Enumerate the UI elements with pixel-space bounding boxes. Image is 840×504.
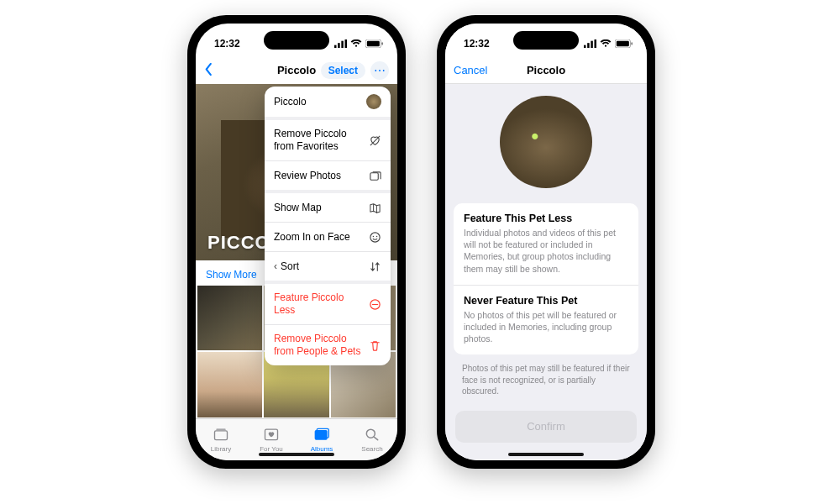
- menu-item-remove-people-pets[interactable]: Remove Piccolo from People & Pets: [265, 325, 391, 365]
- svg-rect-1: [338, 43, 340, 48]
- cellular-signal-icon: [584, 39, 596, 48]
- photo-stack-icon: [368, 169, 381, 182]
- svg-point-10: [372, 235, 374, 237]
- option-title: Never Feature This Pet: [464, 295, 628, 307]
- sheet-nav-bar: Cancel Piccolo: [445, 57, 647, 84]
- heart-slash-icon: [368, 134, 381, 147]
- content-area: PICCOLO Show More Piccolo Remove Piccolo…: [196, 84, 397, 418]
- menu-item-remove-favorite[interactable]: Remove Piccolo from Favorites: [265, 120, 391, 161]
- menu-item-feature-less[interactable]: Feature Piccolo Less: [265, 284, 391, 325]
- tab-label: Albums: [311, 445, 333, 453]
- status-time: 12:32: [214, 38, 240, 50]
- option-never-feature[interactable]: Never Feature This Pet No photos of this…: [454, 285, 638, 355]
- svg-rect-14: [215, 431, 228, 440]
- option-title: Feature This Pet Less: [464, 213, 628, 224]
- trash-icon: [368, 339, 381, 352]
- battery-icon: [365, 39, 384, 48]
- screen-left: 12:32 Piccolo Select ⋯: [196, 24, 397, 460]
- cellular-signal-icon: [334, 39, 347, 48]
- options-card: Feature This Pet Less Individual photos …: [454, 203, 638, 354]
- menu-item-review-photos[interactable]: Review Photos: [265, 161, 391, 193]
- chevron-left-icon: ‹: [274, 260, 277, 272]
- screen-right: 12:32 Cancel Piccolo Feature Th: [445, 24, 647, 460]
- dynamic-island: [513, 31, 579, 50]
- svg-rect-23: [595, 39, 597, 48]
- pet-avatar-large: [500, 96, 592, 188]
- option-feature-less[interactable]: Feature This Pet Less Individual photos …: [454, 203, 638, 285]
- back-button[interactable]: [204, 63, 213, 78]
- nav-bar: Piccolo Select ⋯: [196, 57, 397, 84]
- svg-rect-25: [617, 41, 629, 47]
- dynamic-island: [264, 31, 329, 50]
- svg-rect-8: [370, 172, 377, 179]
- search-icon: [364, 427, 381, 444]
- ellipsis-icon: ⋯: [374, 65, 386, 76]
- library-icon: [213, 427, 229, 444]
- svg-point-11: [375, 235, 377, 237]
- option-desc: Individual photos and videos of this pet…: [464, 227, 628, 275]
- svg-rect-22: [591, 41, 593, 48]
- svg-rect-6: [381, 42, 383, 45]
- home-indicator[interactable]: [259, 453, 334, 456]
- menu-item-show-map[interactable]: Show Map: [265, 193, 391, 223]
- svg-rect-26: [631, 42, 633, 45]
- albums-icon: [313, 427, 330, 444]
- tab-label: Library: [211, 445, 231, 453]
- menu-item-sort[interactable]: ‹Sort: [265, 252, 391, 284]
- svg-rect-2: [341, 41, 344, 48]
- wifi-icon: [600, 39, 612, 48]
- svg-rect-21: [587, 43, 590, 48]
- menu-item-zoom-face[interactable]: Zoom In on Face: [265, 223, 391, 252]
- tab-search[interactable]: Search: [347, 419, 397, 460]
- more-button[interactable]: ⋯: [370, 61, 389, 80]
- cancel-button[interactable]: Cancel: [454, 64, 487, 76]
- confirm-button[interactable]: Confirm: [455, 411, 637, 443]
- select-button[interactable]: Select: [321, 62, 365, 79]
- wifi-icon: [350, 39, 362, 48]
- option-desc: No photos of this pet will be featured o…: [464, 309, 628, 345]
- svg-point-18: [366, 429, 375, 438]
- pet-avatar-icon: [366, 94, 381, 109]
- status-time: 12:32: [464, 38, 490, 50]
- context-menu: Piccolo Remove Piccolo from Favorites Re…: [265, 87, 391, 365]
- phone-frame-left: 12:32 Piccolo Select ⋯: [187, 15, 406, 469]
- svg-rect-5: [367, 41, 380, 47]
- chevron-left-icon: [204, 63, 213, 78]
- svg-rect-3: [345, 39, 348, 48]
- sort-arrows-icon: [368, 260, 381, 273]
- photo-thumb[interactable]: [197, 352, 262, 417]
- face-icon: [368, 230, 381, 244]
- svg-line-19: [375, 437, 378, 439]
- phone-frame-right: 12:32 Cancel Piccolo Feature Th: [437, 15, 655, 469]
- minus-circle-icon: [368, 297, 381, 311]
- menu-item-name[interactable]: Piccolo: [265, 87, 391, 120]
- battery-icon: [615, 39, 633, 48]
- footnote: Photos of this pet may still be featured…: [445, 354, 647, 397]
- svg-point-9: [370, 232, 379, 241]
- svg-rect-0: [334, 45, 337, 48]
- photo-thumb[interactable]: [197, 286, 262, 350]
- svg-rect-20: [584, 45, 586, 48]
- tab-library[interactable]: Library: [196, 419, 246, 460]
- tab-label: Search: [361, 445, 382, 453]
- map-icon: [368, 201, 381, 214]
- tab-label: For You: [260, 445, 283, 453]
- sheet-content: Feature This Pet Less Individual photos …: [445, 84, 647, 460]
- home-indicator[interactable]: [508, 453, 584, 456]
- heart-icon: [263, 427, 280, 444]
